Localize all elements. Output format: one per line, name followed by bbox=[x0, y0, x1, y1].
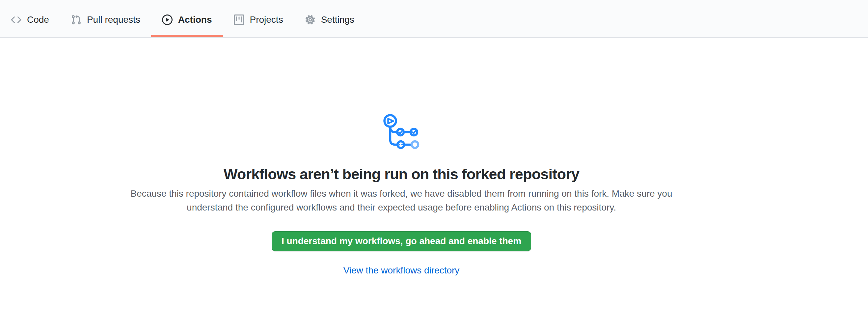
actions-disabled-blankslate: Workflows aren’t being run on this forke… bbox=[0, 38, 803, 276]
repo-tab-nav: Code Pull requests Actions Projects Sett… bbox=[0, 0, 868, 38]
tab-settings[interactable]: Settings bbox=[294, 0, 365, 37]
git-pull-request-icon bbox=[71, 14, 81, 25]
project-icon bbox=[234, 14, 244, 25]
tab-pull-requests[interactable]: Pull requests bbox=[60, 0, 151, 37]
gear-icon bbox=[305, 14, 315, 25]
code-icon bbox=[11, 14, 22, 25]
blankslate-description: Because this repository contained workfl… bbox=[120, 187, 683, 215]
tab-code-label: Code bbox=[27, 15, 49, 24]
tab-actions[interactable]: Actions bbox=[151, 0, 223, 37]
view-workflows-directory-link[interactable]: View the workflows directory bbox=[343, 265, 460, 275]
main-content: Workflows aren’t being run on this forke… bbox=[0, 38, 803, 276]
tab-actions-label: Actions bbox=[178, 15, 212, 24]
tab-projects-label: Projects bbox=[250, 15, 283, 24]
play-circle-icon bbox=[162, 14, 173, 25]
blankslate-heading: Workflows aren’t being run on this forke… bbox=[0, 165, 803, 184]
tab-pull-requests-label: Pull requests bbox=[87, 15, 140, 24]
tab-settings-label: Settings bbox=[321, 15, 354, 24]
workflow-graph-icon bbox=[382, 111, 421, 150]
tab-code[interactable]: Code bbox=[0, 0, 60, 37]
enable-workflows-button[interactable]: I understand my workflows, go ahead and … bbox=[272, 231, 531, 251]
tab-projects[interactable]: Projects bbox=[223, 0, 294, 37]
